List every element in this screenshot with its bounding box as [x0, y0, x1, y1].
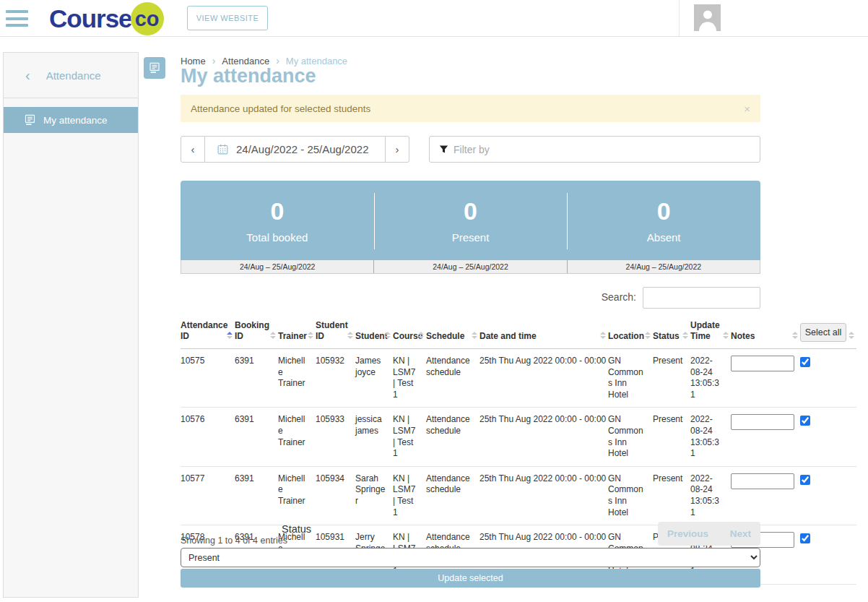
sort-icon: [645, 332, 651, 339]
col-student[interactable]: Student: [355, 316, 393, 349]
sidebar: ‹ Attendance My attendance: [3, 52, 139, 598]
col-attendance-id[interactable]: Attendance ID: [181, 316, 235, 349]
col-course[interactable]: Course: [393, 316, 426, 349]
success-alert: Attendance updated for selected students…: [181, 95, 760, 122]
row-select-checkbox[interactable]: [800, 416, 810, 426]
notes-input[interactable]: [731, 414, 794, 430]
notes-input[interactable]: [731, 356, 794, 371]
row-select-checkbox[interactable]: [800, 533, 810, 543]
sidebar-item-my-attendance[interactable]: My attendance: [4, 107, 138, 133]
cell-student: James joyce: [355, 349, 393, 408]
row-select-checkbox[interactable]: [800, 475, 810, 485]
cell-datetime: 25th Thu Aug 2022 00:00 - 00:00: [479, 349, 608, 408]
cell-student: jessica james: [355, 408, 393, 466]
cell-status: Present: [653, 349, 690, 408]
cell-booking-id: 6391: [235, 466, 278, 525]
search-input[interactable]: [643, 287, 760, 309]
next-date-button[interactable]: ›: [385, 136, 409, 163]
row-select-checkbox[interactable]: [800, 357, 810, 367]
cell-attendance-id: 10577: [181, 466, 235, 525]
main-content: Home › Attendance › My attendance My att…: [181, 53, 856, 602]
next-page-button[interactable]: Next: [730, 528, 751, 539]
col-select-all: Select all: [800, 316, 856, 349]
cell-status: Present: [653, 408, 690, 466]
cell-booking-id: 6391: [235, 408, 278, 466]
col-booking-id[interactable]: Booking ID: [235, 316, 278, 349]
stat-absent: 0 Absent: [567, 181, 760, 260]
cell-booking-id: 6391: [235, 349, 278, 408]
alert-close-icon[interactable]: ×: [744, 103, 750, 115]
col-schedule[interactable]: Schedule: [426, 316, 479, 349]
cell-update-time: 2022-08-24 13:05:31: [690, 349, 731, 408]
alert-message: Attendance updated for selected students: [191, 103, 370, 114]
top-bar: Course co VIEW WEBSITE: [0, 0, 868, 37]
date-filter-row: ‹ 24/Aug/2022 - 25/Aug/2022 ›: [181, 136, 760, 163]
cell-course: KN | LSM7 | Test 1: [393, 466, 426, 525]
previous-date-button[interactable]: ‹: [181, 136, 205, 163]
attendance-register-icon: [24, 114, 36, 126]
logo-text: Course: [49, 4, 132, 33]
sort-icon: [849, 332, 854, 339]
previous-page-button[interactable]: Previous: [667, 528, 708, 539]
col-notes[interactable]: Notes: [731, 316, 800, 349]
stat-label: Absent: [647, 231, 681, 244]
filter-box: [429, 136, 760, 163]
sort-icon: [792, 332, 798, 339]
update-selected-button[interactable]: Update selected: [181, 569, 760, 588]
hamburger-menu-icon[interactable]: [6, 10, 28, 27]
table-search-row: Search:: [181, 287, 760, 309]
col-date-and-time[interactable]: Date and time: [479, 316, 608, 349]
stat-value: 0: [464, 197, 477, 225]
cell-location: GN Commons Inn Hotel: [608, 408, 653, 466]
date-range-value: 24/Aug/2022 - 25/Aug/2022: [236, 143, 369, 155]
status-select[interactable]: Present: [181, 548, 760, 567]
sort-icon: [227, 332, 233, 339]
cell-trainer: Michelle Trainer: [278, 349, 316, 408]
sidebar-title: Attendance: [46, 69, 101, 82]
col-trainer[interactable]: Trainer: [278, 316, 316, 349]
cell-update-time: 2022-08-24 13:05:31: [690, 408, 731, 466]
courseco-logo: Course co: [49, 1, 164, 36]
sort-icon: [600, 332, 606, 339]
stat-value: 0: [270, 197, 284, 225]
sidebar-collapse-chevron-icon[interactable]: ‹: [25, 68, 30, 82]
table-row: 10577 6391 Michelle Trainer 105934 Sarah…: [181, 466, 856, 525]
stats-counters: 0 Total booked 0 Present 0 Absent: [181, 181, 760, 260]
sort-icon: [270, 332, 276, 339]
stat-label: Present: [452, 231, 490, 244]
stats-date-strip: 24/Aug – 25/Aug/2022 24/Aug – 25/Aug/202…: [181, 260, 760, 274]
cell-student-id: 105934: [316, 466, 355, 525]
col-status[interactable]: Status: [653, 316, 690, 349]
select-all-button[interactable]: Select all: [800, 323, 846, 342]
stat-label: Total booked: [246, 231, 308, 244]
view-website-button[interactable]: VIEW WEBSITE: [187, 6, 268, 30]
filter-funnel-icon: [438, 144, 449, 155]
date-range-picker[interactable]: 24/Aug/2022 - 25/Aug/2022: [205, 136, 385, 163]
stat-divider: [567, 193, 568, 249]
sort-icon: [682, 332, 688, 339]
notes-input[interactable]: [731, 473, 794, 489]
cell-schedule: Attendance schedule: [426, 466, 479, 525]
stat-total-booked: 0 Total booked: [181, 181, 374, 260]
cell-trainer: Michelle Trainer: [278, 466, 316, 525]
col-location[interactable]: Location: [608, 316, 653, 349]
cell-schedule: Attendance schedule: [426, 408, 479, 466]
user-avatar[interactable]: [694, 4, 721, 31]
attendance-stats-panel: 0 Total booked 0 Present 0 Absent 24/Aug…: [181, 181, 760, 274]
sidebar-header: ‹ Attendance: [4, 53, 138, 98]
cell-update-time: 2022-08-24 13:05:31: [690, 466, 731, 525]
search-label: Search:: [602, 291, 636, 303]
filter-input[interactable]: [453, 139, 760, 160]
col-student-id[interactable]: Student ID: [316, 316, 355, 349]
sort-icon: [472, 332, 477, 339]
attendance-panel-toggle-button[interactable]: [144, 57, 165, 79]
cell-student-id: 105932: [316, 349, 355, 408]
cell-status: Present: [653, 466, 690, 525]
cell-datetime: 25th Thu Aug 2022 00:00 - 00:00: [479, 408, 608, 466]
col-update-time[interactable]: Update Time: [690, 316, 731, 349]
cell-course: KN | LSM7 | Test 1: [393, 408, 426, 466]
cell-datetime: 25th Thu Aug 2022 00:00 - 00:00: [479, 466, 608, 525]
stat-date-range: 24/Aug – 25/Aug/2022: [181, 260, 373, 273]
sort-icon: [385, 332, 391, 339]
stat-date-range: 24/Aug – 25/Aug/2022: [373, 260, 566, 273]
